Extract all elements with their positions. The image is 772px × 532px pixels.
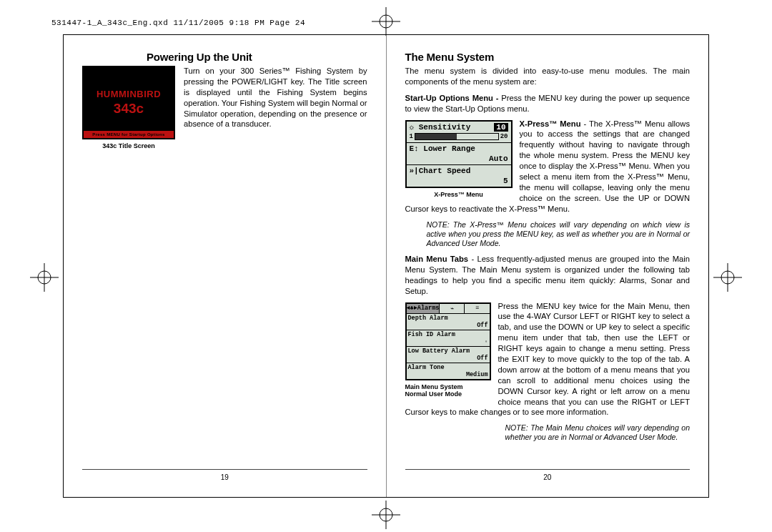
- xpress-sensitivity-value: 10: [494, 123, 508, 132]
- title-screen-model: 343c: [86, 101, 171, 117]
- note-xpress: NOTE: The X-Press™ Menu choices will var…: [405, 220, 691, 248]
- tab-sonar-icon: ⌁: [440, 304, 465, 313]
- caption-main-menu-2: Normal User Mode: [405, 390, 491, 398]
- mm-depth-alarm-label: Depth Alarm: [408, 315, 488, 322]
- figure-title-screen: HUMMINBIRD 343c Press MENU for Startup O…: [82, 66, 175, 149]
- caption-title-screen: 343c Title Screen: [82, 142, 175, 149]
- slider-min: 1: [410, 133, 413, 140]
- figure-xpress-menu: ☼ Sensitivity 10 1 20 E↕ Lower Range Aut…: [405, 120, 513, 198]
- note-main-menu: NOTE: The Main Menu choices will vary de…: [405, 423, 691, 442]
- para-powering-up: Turn on your 300 Series™ Fishing System …: [184, 66, 367, 149]
- label-startup: Start-Up Options Menu -: [405, 94, 502, 102]
- mm-lowbatt-alarm-value: Off: [408, 355, 488, 362]
- mm-depth-alarm-value: Off: [408, 322, 488, 329]
- registration-mark-bottom: [372, 501, 400, 529]
- page-number-left: 19: [64, 473, 386, 481]
- figure-main-menu: ◄♣►Alarms ⌁ ≡ Depth AlarmOff Fish ID Ala…: [405, 302, 491, 398]
- registration-mark-right: [713, 263, 742, 292]
- mm-alarm-tone-label: Alarm Tone: [408, 364, 488, 371]
- xpress-sensitivity-label: Sensitivity: [419, 123, 471, 132]
- print-slug: 531447-1_A_343c_Eng.qxd 11/11/2005 9:18 …: [51, 19, 305, 27]
- title-screen-bar: Press MENU for Startup Options: [84, 131, 174, 138]
- tab-setup-icon: ≡: [465, 304, 489, 313]
- mm-fishid-alarm-value: ◦: [408, 338, 488, 345]
- slider-max: 20: [500, 133, 508, 140]
- page-number-right: 20: [387, 473, 709, 481]
- xpress-chart-label: Chart Speed: [419, 167, 471, 175]
- para-startup-options: Start-Up Options Menu - Press the MENU k…: [405, 93, 691, 114]
- tab-alarms: ◄♣►Alarms: [407, 304, 440, 313]
- footer-rule-right: [405, 469, 691, 470]
- xpress-lower-label: Lower Range: [423, 144, 475, 153]
- registration-mark-top: [372, 7, 400, 36]
- caption-xpress: X-Press™ Menu: [405, 191, 513, 198]
- label-main-tabs: Main Menu Tabs: [405, 255, 469, 263]
- heading-menu-system: The Menu System: [405, 51, 691, 63]
- page-spread: Powering Up the Unit HUMMINBIRD 343c Pre…: [63, 34, 709, 498]
- heading-powering-up: Powering Up the Unit: [147, 51, 367, 63]
- xpress-lower-value: Auto: [407, 154, 511, 164]
- para-main-tabs: Main Menu Tabs - Less frequently-adjuste…: [405, 254, 691, 297]
- title-screen-brand: HUMMINBIRD: [86, 89, 171, 99]
- registration-mark-left: [30, 263, 59, 292]
- footer-rule: [82, 469, 367, 470]
- mm-alarm-tone-value: Medium: [408, 371, 488, 378]
- label-xpress: X-Press™ Menu: [520, 119, 581, 128]
- mm-lowbatt-alarm-label: Low Battery Alarm: [408, 348, 488, 355]
- page-right: The Menu System The menu system is divid…: [387, 35, 709, 497]
- mm-fishid-alarm-label: Fish ID Alarm: [408, 331, 488, 338]
- para-intro: The menu system is divided into easy-to-…: [405, 66, 691, 87]
- page-left: Powering Up the Unit HUMMINBIRD 343c Pre…: [64, 35, 386, 497]
- xpress-sensitivity-slider: 1 20: [407, 133, 511, 142]
- xpress-chart-value: 5: [407, 177, 511, 187]
- caption-main-menu-1: Main Menu System: [405, 383, 491, 390]
